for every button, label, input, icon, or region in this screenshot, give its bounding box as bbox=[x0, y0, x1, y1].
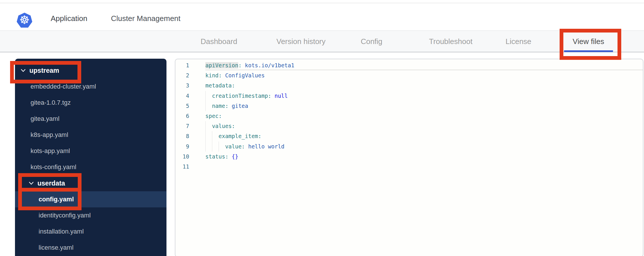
code-content: creationTimestamp: null bbox=[205, 91, 288, 101]
line-number: 2 bbox=[175, 70, 192, 81]
tree-item-config-yaml[interactable]: config.yaml bbox=[15, 191, 166, 207]
code-content: kind: ConfigValues bbox=[205, 70, 265, 81]
code-content: example_item: bbox=[205, 131, 261, 141]
file-label: kots-config.yaml bbox=[31, 163, 76, 171]
indent-guide bbox=[205, 142, 212, 152]
token: null bbox=[274, 93, 288, 99]
code-line-11: 11 bbox=[175, 162, 643, 172]
tree-item-upstream[interactable]: upstream bbox=[15, 62, 166, 79]
token: gitea bbox=[232, 103, 248, 109]
chevron-down-icon bbox=[21, 69, 26, 72]
code-line-3: 3metadata: bbox=[175, 81, 643, 91]
tab-application[interactable]: Application bbox=[43, 6, 95, 33]
subnav-tab-view-files[interactable]: View files bbox=[573, 31, 604, 52]
token: example_item: bbox=[219, 133, 262, 139]
line-number: 8 bbox=[175, 131, 192, 141]
indent-guide bbox=[205, 91, 212, 101]
tree-item-embedded-cluster-yaml[interactable]: embedded-cluster.yaml bbox=[15, 79, 166, 95]
line-number: 7 bbox=[175, 121, 192, 131]
tree-item-kots-app-yaml[interactable]: kots-app.yaml bbox=[15, 143, 166, 159]
token: hello world bbox=[248, 143, 285, 150]
app-subnav: DashboardVersion historyConfigTroublesho… bbox=[0, 30, 644, 52]
file-label: gitea.yaml bbox=[31, 115, 59, 123]
code-line-9: 9value: hello world bbox=[175, 142, 643, 152]
token: metadata: bbox=[205, 82, 235, 89]
line-number: 1 bbox=[175, 60, 192, 70]
line-number: 11 bbox=[175, 162, 192, 172]
tab-cluster-management[interactable]: Cluster Management bbox=[103, 6, 188, 33]
code-content: status: {} bbox=[205, 152, 238, 162]
code-content: values: bbox=[205, 121, 235, 131]
file-viewer-panel[interactable]: 1apiVersion: kots.io/v1beta12kind: Confi… bbox=[175, 59, 643, 256]
file-tree-sidebar[interactable]: upstreamembedded-cluster.yamlgitea-1.0.7… bbox=[15, 59, 166, 256]
token: value: bbox=[225, 143, 245, 150]
subnav-tab-version-history[interactable]: Version history bbox=[276, 31, 326, 52]
primary-nav: Application Cluster Management bbox=[43, 6, 188, 33]
tree-item-identityconfig-yaml[interactable]: identityconfig.yaml bbox=[15, 207, 166, 223]
tree-item-gitea-1-0-7-tgz[interactable]: gitea-1.0.7.tgz bbox=[15, 95, 166, 111]
tree-item-gitea-yaml[interactable]: gitea.yaml bbox=[15, 111, 166, 127]
tree-item-license-yaml[interactable]: license.yaml bbox=[15, 240, 166, 256]
subnav-tab-config[interactable]: Config bbox=[361, 31, 382, 52]
indent-guide bbox=[205, 131, 212, 141]
token: spec: bbox=[205, 113, 222, 119]
tree-item-k8s-app-yaml[interactable]: k8s-app.yaml bbox=[15, 127, 166, 143]
code-line-10: 10status: {} bbox=[175, 152, 643, 162]
subnav-tab-license[interactable]: License bbox=[505, 31, 531, 52]
code-editor[interactable]: 1apiVersion: kots.io/v1beta12kind: Confi… bbox=[175, 59, 643, 172]
code-content: value: hello world bbox=[205, 142, 285, 152]
file-label: license.yaml bbox=[39, 244, 73, 251]
indent-guide bbox=[219, 142, 225, 152]
token: kind: bbox=[205, 72, 222, 79]
line-number: 10 bbox=[175, 152, 192, 162]
indent-guide bbox=[212, 131, 219, 141]
code-line-4: 4creationTimestamp: null bbox=[175, 91, 643, 101]
file-label: identityconfig.yaml bbox=[39, 212, 91, 219]
token bbox=[245, 143, 248, 150]
indent-guide bbox=[212, 142, 219, 152]
highlighted-token: apiVersion bbox=[205, 62, 238, 68]
token: : bbox=[238, 62, 241, 68]
folder-label: upstream bbox=[29, 67, 59, 74]
subnav-tab-troubleshoot[interactable]: Troubleshoot bbox=[429, 31, 473, 52]
code-line-5: 5name: gitea bbox=[175, 101, 643, 111]
tree-item-installation-yaml[interactable]: installation.yaml bbox=[15, 223, 166, 240]
code-content: apiVersion: kots.io/v1beta1 bbox=[205, 60, 294, 70]
line-number: 3 bbox=[175, 81, 192, 91]
code-line-6: 6spec: bbox=[175, 111, 643, 121]
code-line-7: 7values: bbox=[175, 121, 643, 131]
code-content: name: gitea bbox=[205, 101, 248, 111]
token: {} bbox=[232, 153, 238, 160]
line-number: 4 bbox=[175, 91, 192, 101]
line-number: 6 bbox=[175, 111, 192, 121]
token bbox=[228, 153, 232, 160]
active-tab-underline bbox=[564, 50, 613, 52]
token bbox=[222, 72, 225, 79]
file-label: config.yaml bbox=[39, 196, 74, 203]
helm-wheel-icon: ☸ bbox=[19, 14, 30, 26]
file-label: embedded-cluster.yaml bbox=[31, 83, 96, 90]
indent-guide bbox=[205, 121, 212, 131]
line-number: 9 bbox=[175, 142, 192, 152]
token: status: bbox=[205, 153, 228, 160]
active-line-indicator bbox=[205, 69, 643, 70]
code-content: metadata: bbox=[205, 81, 235, 91]
code-content: spec: bbox=[205, 111, 222, 121]
token: name: bbox=[212, 103, 228, 109]
token bbox=[271, 93, 274, 99]
line-number: 5 bbox=[175, 101, 192, 111]
token bbox=[242, 62, 245, 68]
tree-item-userdata[interactable]: userdata bbox=[15, 175, 166, 191]
token: kots.io/v1beta1 bbox=[245, 62, 294, 68]
file-label: kots-app.yaml bbox=[31, 147, 70, 155]
file-label: gitea-1.0.7.tgz bbox=[31, 99, 71, 106]
tree-item-kots-config-yaml[interactable]: kots-config.yaml bbox=[15, 159, 166, 175]
indent-guide bbox=[205, 101, 212, 111]
code-line-8: 8example_item: bbox=[175, 131, 643, 141]
subnav-tab-dashboard[interactable]: Dashboard bbox=[200, 31, 237, 52]
token: ConfigValues bbox=[225, 72, 265, 79]
kubernetes-logo: ☸ bbox=[17, 13, 32, 28]
app-header: ☸ Application Cluster Management bbox=[0, 3, 644, 30]
token: values: bbox=[212, 123, 235, 129]
code-line-1: 1apiVersion: kots.io/v1beta1 bbox=[175, 60, 643, 70]
